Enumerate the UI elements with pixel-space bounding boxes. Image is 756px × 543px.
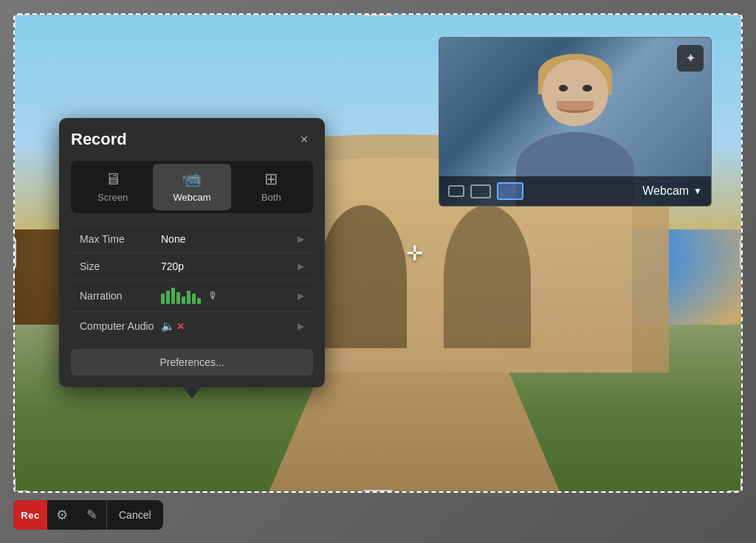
narration-arrow: ▶: [298, 291, 304, 301]
max-time-value: None: [161, 233, 298, 245]
audio-bar-2: [166, 291, 170, 304]
computer-audio-arrow: ▶: [298, 321, 304, 331]
max-time-label: Max Time: [80, 233, 161, 245]
narration-value: 🎙: [161, 288, 298, 304]
narration-row[interactable]: Narration 🎙 ▶: [71, 280, 313, 311]
capture-area[interactable]: ✛ ✦: [13, 13, 743, 493]
corner-tr: [728, 13, 743, 28]
pen-button[interactable]: ✎: [77, 500, 106, 530]
corner-tl: [13, 13, 28, 28]
webcam-mode-icon: 📹: [182, 171, 202, 187]
magic-button[interactable]: ✦: [677, 45, 704, 72]
mode-webcam-btn[interactable]: 📹 Webcam: [153, 164, 230, 210]
screen-label: Screen: [97, 192, 128, 203]
move-icon[interactable]: ✛: [406, 241, 423, 266]
bottom-toolbar: Rec ⚙ ✎ Cancel: [13, 500, 163, 530]
microphone-icon: 🎙: [208, 290, 219, 302]
screen-icon: 🖥: [105, 171, 121, 187]
corner-br: [728, 478, 743, 493]
computer-audio-row[interactable]: Computer Audio 🔈 ✕ ▶: [71, 311, 313, 340]
speaker-icon: 🔈: [161, 319, 175, 333]
size-value: 720p: [161, 260, 298, 272]
preferences-button[interactable]: Preferences...: [71, 349, 313, 376]
audio-bar-6: [187, 291, 190, 304]
record-panel: Record × 🖥 Screen 📹 Webcam ⊞ Both: [59, 118, 325, 387]
webcam-mode-label: Webcam: [173, 192, 210, 203]
gear-icon: ⚙: [56, 507, 68, 523]
left-handle[interactable]: [13, 238, 16, 268]
size-large-btn[interactable]: [497, 182, 523, 200]
both-label: Both: [261, 192, 281, 203]
audio-bar-7: [192, 294, 196, 304]
both-icon: ⊞: [264, 171, 278, 187]
gear-button[interactable]: ⚙: [47, 500, 77, 530]
mode-screen-btn[interactable]: 🖥 Screen: [74, 164, 151, 210]
audio-bar-8: [197, 298, 201, 304]
narration-bars: [161, 288, 201, 304]
size-label: Size: [80, 260, 161, 272]
rec-button[interactable]: Rec: [13, 500, 47, 530]
speaker-muted: 🔈 ✕: [161, 319, 185, 333]
audio-bar-5: [182, 297, 185, 304]
audio-bar-1: [161, 294, 165, 304]
bottom-handle[interactable]: [363, 490, 393, 493]
computer-audio-value: 🔈 ✕: [161, 319, 298, 333]
panel-header: Record ×: [71, 130, 313, 149]
panel-title: Record: [71, 130, 127, 149]
mode-selector: 🖥 Screen 📹 Webcam ⊞ Both: [71, 161, 313, 213]
size-small-btn[interactable]: [448, 185, 464, 197]
size-row[interactable]: Size 720p ▶: [71, 252, 313, 280]
webcam-preview: ✦ Webcam ▼: [439, 37, 712, 207]
webcam-label[interactable]: Webcam ▼: [642, 184, 702, 198]
size-arrow: ▶: [298, 261, 304, 272]
magic-icon: ✦: [685, 50, 696, 66]
close-button[interactable]: ×: [295, 131, 313, 148]
right-handle[interactable]: [740, 238, 743, 268]
pen-icon: ✎: [86, 507, 97, 523]
max-time-row[interactable]: Max Time None ▶: [71, 225, 313, 252]
max-time-arrow: ▶: [298, 234, 304, 244]
top-handle[interactable]: [363, 13, 393, 16]
narration-label: Narration: [80, 290, 161, 302]
webcam-controls: Webcam ▼: [439, 176, 711, 206]
panel-arrow: [183, 387, 201, 399]
size-medium-btn[interactable]: [470, 184, 491, 198]
webcam-dropdown-arrow: ▼: [693, 186, 702, 196]
person-head: [542, 60, 608, 126]
audio-bar-3: [171, 288, 175, 304]
corner-bl: [13, 478, 28, 493]
mode-both-btn[interactable]: ⊞ Both: [233, 164, 310, 210]
cancel-button[interactable]: Cancel: [106, 500, 163, 530]
computer-audio-label: Computer Audio: [80, 320, 161, 332]
mute-x-icon: ✕: [176, 321, 185, 332]
audio-bar-4: [176, 292, 180, 304]
